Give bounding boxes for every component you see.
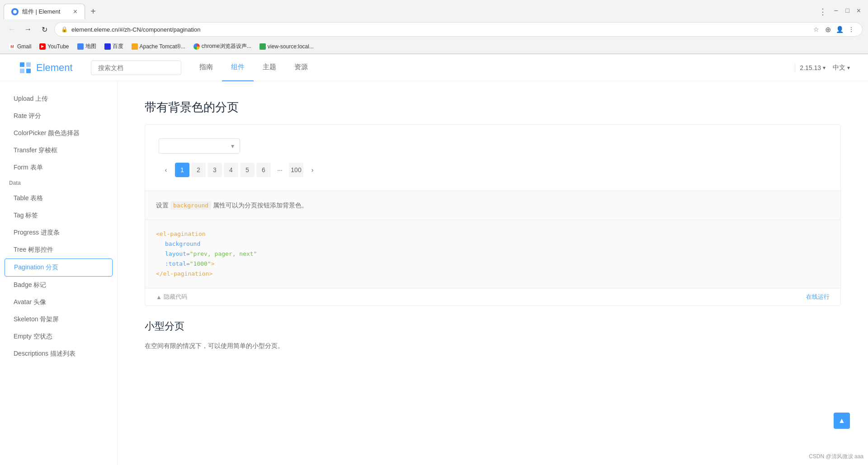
viewsrc-label: view-source:local... (268, 43, 314, 50)
lock-icon: 🔒 (61, 26, 68, 33)
tab-close-button[interactable]: × (73, 8, 77, 15)
youtube-label: YouTube (47, 43, 69, 50)
pagination-next-button[interactable]: › (305, 163, 320, 177)
profile-icon[interactable]: 👤 (835, 25, 844, 34)
sidebar-item-upload[interactable]: Upload 上传 (0, 90, 117, 108)
bookmark-star-icon[interactable]: ☆ (811, 25, 821, 34)
pagination-page-100[interactable]: 100 (289, 163, 303, 177)
svg-rect-3 (20, 69, 24, 73)
pagination-ellipsis: ··· (273, 163, 287, 177)
maps-icon (77, 43, 84, 50)
pagination-page-4[interactable]: 4 (224, 163, 238, 177)
sidebar-item-rate[interactable]: Rate 评分 (0, 108, 117, 125)
description-text-suffix: 属性可以为分页按钮添加背景色。 (211, 202, 308, 209)
bookmark-viewsrc[interactable]: view-source:local... (256, 42, 317, 51)
chrome-sound-label: chrome浏览器设声... (202, 42, 251, 50)
logo[interactable]: Element (18, 61, 73, 75)
background-code: background (170, 201, 211, 210)
version-chevron-icon: ▾ (823, 65, 826, 71)
run-online-button[interactable]: 在线运行 (806, 293, 830, 301)
watermark: CSDN @清风微涙 aaa (809, 453, 863, 460)
url-bar[interactable]: 🔒 element.eleme.cn/#/zh-CN/component/pag… (54, 22, 863, 37)
pagination-bg: ‹ 1 2 3 4 5 6 ··· 100 › (159, 163, 827, 177)
url-icons: ☆ ⊕ 👤 ⋮ (811, 25, 856, 34)
logo-text: Element (36, 62, 73, 74)
sidebar-item-tree[interactable]: Tree 树形控件 (0, 241, 117, 258)
bookmark-tomcat[interactable]: Apache Tomcat®... (128, 42, 189, 51)
nav-link-theme[interactable]: 主题 (254, 54, 285, 81)
pagination-page-3[interactable]: 3 (208, 163, 222, 177)
bookmark-maps[interactable]: 地图 (74, 41, 100, 52)
hide-code-button[interactable]: ▲ 隐藏代码 (156, 293, 187, 301)
code-block: <el-pagination background layout="prev, … (145, 220, 840, 288)
pagination-demo: ▾ ‹ 1 2 3 4 5 6 ··· 100 › (145, 125, 840, 191)
sidebar-item-empty[interactable]: Empty 空状态 (0, 328, 117, 345)
tomcat-label: Apache Tomcat®... (140, 43, 185, 50)
url-text: element.eleme.cn/#/zh-CN/component/pagin… (71, 26, 808, 33)
bookmarks-bar: M Gmail ▶ YouTube 地图 百度 Apache Tomcat®..… (0, 39, 868, 54)
pagination-page-6[interactable]: 6 (256, 163, 271, 177)
window-maximize-btn[interactable]: □ (845, 7, 849, 17)
section2-description: 在空间有限的情况下，可以使用简单的小型分页。 (145, 340, 841, 352)
bookmark-youtube[interactable]: ▶ YouTube (36, 42, 72, 51)
page-container: Element 指南 组件 主题 资源 2.15.13 ▾ 中文 ▾ U (0, 54, 868, 465)
maps-label: 地图 (85, 42, 96, 50)
reload-button[interactable]: ↻ (38, 23, 51, 36)
code-line-3: layout="prev, pager, next" (156, 249, 830, 259)
code-line-2: background (156, 239, 830, 249)
sidebar-item-badge[interactable]: Badge 标记 (0, 277, 117, 294)
chrome-icon (193, 43, 200, 50)
scroll-to-top-button[interactable]: ▲ (834, 413, 850, 429)
pagination-prev-button[interactable]: ‹ (159, 163, 173, 177)
bookmark-gmail[interactable]: M Gmail (5, 42, 35, 51)
address-bar: ← → ↻ 🔒 element.eleme.cn/#/zh-CN/compone… (0, 19, 868, 39)
pagination-page-2[interactable]: 2 (191, 163, 206, 177)
window-minimize-btn[interactable]: − (834, 7, 838, 17)
sidebar-item-form[interactable]: Form 表单 (0, 159, 117, 176)
window-minimize[interactable]: ⋮ (819, 7, 827, 17)
window-close-btn[interactable]: × (857, 7, 861, 17)
bookmark-baidu[interactable]: 百度 (101, 41, 127, 52)
pagination-page-5[interactable]: 5 (240, 163, 255, 177)
extension-icon[interactable]: ⊕ (823, 25, 832, 34)
youtube-icon: ▶ (39, 43, 46, 50)
active-tab[interactable]: 组件 | Element × (4, 4, 85, 19)
demo-block-bg-pagination: ▾ ‹ 1 2 3 4 5 6 ··· 100 › (145, 124, 841, 306)
main-content: 带有背景色的分页 ▾ ‹ 1 2 3 4 (118, 81, 868, 465)
svg-point-0 (13, 10, 17, 14)
new-tab-button[interactable]: + (87, 5, 99, 18)
dropdown-above[interactable]: ▾ (159, 138, 240, 154)
nav-link-components[interactable]: 组件 (222, 54, 254, 81)
nav-link-guide[interactable]: 指南 (190, 54, 222, 81)
nav-divider (795, 63, 795, 72)
tomcat-icon (132, 43, 138, 50)
baidu-label: 百度 (113, 42, 123, 50)
menu-icon[interactable]: ⋮ (847, 25, 856, 34)
sidebar-item-table[interactable]: Table 表格 (0, 190, 117, 207)
code-content: <el-pagination background layout="prev, … (156, 229, 830, 279)
browser-chrome: 组件 | Element × + ⋮ − □ × ← → ↻ 🔒 element… (0, 0, 868, 54)
gmail-icon: M (9, 43, 15, 50)
sidebar-item-descriptions[interactable]: Descriptions 描述列表 (0, 345, 117, 362)
toggle-code-icon: ▲ (156, 294, 162, 301)
code-line-1: <el-pagination (156, 229, 830, 239)
sidebar-item-avatar[interactable]: Avatar 头像 (0, 294, 117, 311)
nav-link-resources[interactable]: 资源 (285, 54, 317, 81)
version-select[interactable]: 2.15.13 ▾ (800, 64, 826, 71)
search-input[interactable] (91, 61, 181, 75)
description-text-prefix: 设置 (156, 202, 170, 209)
forward-button[interactable]: → (22, 23, 34, 36)
sidebar-item-colorpicker[interactable]: ColorPicker 颜色选择器 (0, 125, 117, 142)
back-button[interactable]: ← (5, 23, 18, 36)
pagination-page-1[interactable]: 1 (175, 163, 189, 177)
bookmark-chrome-sound[interactable]: chrome浏览器设声... (190, 41, 255, 52)
sidebar-item-transfer[interactable]: Transfer 穿梭框 (0, 142, 117, 159)
description-block: 设置 background 属性可以为分页按钮添加背景色。 (145, 191, 840, 220)
sidebar-item-pagination[interactable]: Pagination 分页 (5, 258, 113, 277)
sidebar-section-data: Data Table 表格 Tag 标签 Progress 进度条 Tree 树… (0, 176, 117, 362)
language-select[interactable]: 中文 ▾ (833, 64, 850, 72)
sidebar-item-tag[interactable]: Tag 标签 (0, 207, 117, 224)
sidebar-item-progress[interactable]: Progress 进度条 (0, 224, 117, 241)
sidebar-item-skeleton[interactable]: Skeleton 骨架屏 (0, 311, 117, 328)
window-controls: ⋮ − □ × (819, 7, 864, 17)
